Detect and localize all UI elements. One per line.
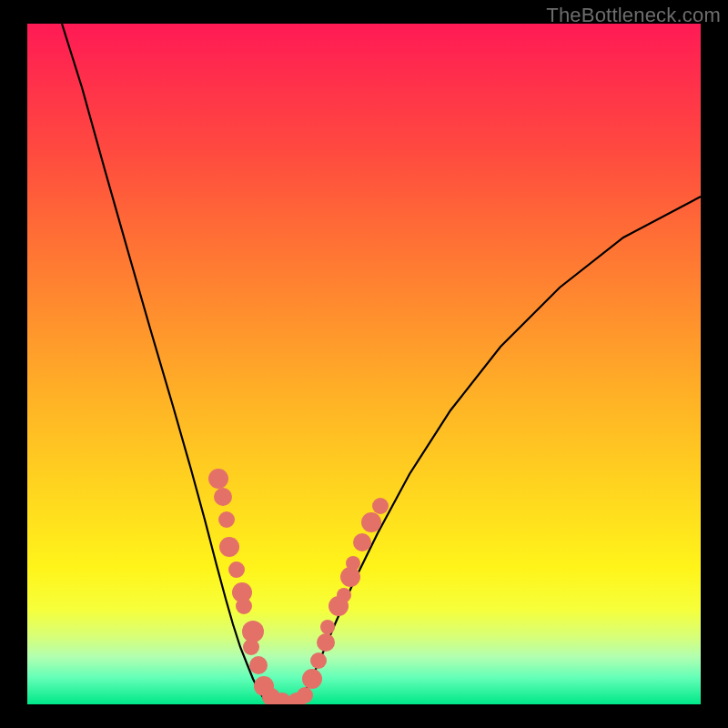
chart-frame: TheBottleneck.com	[0, 0, 728, 728]
curve-marker-dot	[346, 556, 360, 571]
curve-right	[300, 197, 701, 699]
curve-marker-dot	[218, 511, 235, 528]
curve-marker-dot	[243, 639, 259, 655]
curve-marker-dot	[353, 533, 371, 551]
curve-marker-dot	[361, 512, 381, 532]
curve-markers	[208, 469, 389, 704]
curve-marker-dot	[236, 598, 252, 614]
curve-marker-dot	[302, 669, 322, 689]
curve-marker-dot	[310, 652, 327, 669]
curve-marker-dot	[208, 469, 228, 489]
curve-marker-dot	[228, 561, 245, 578]
curve-marker-dot	[320, 620, 335, 634]
chart-svg	[27, 24, 701, 704]
curve-marker-dot	[317, 633, 335, 652]
curve-marker-dot	[214, 488, 232, 506]
chart-plot-area	[27, 24, 701, 704]
curve-marker-dot	[249, 656, 268, 674]
curve-marker-dot	[372, 498, 389, 514]
curve-marker-dot	[337, 588, 351, 602]
watermark-text: TheBottleneck.com	[546, 4, 721, 27]
curve-marker-dot	[219, 537, 239, 557]
curve-marker-dot	[297, 687, 313, 703]
